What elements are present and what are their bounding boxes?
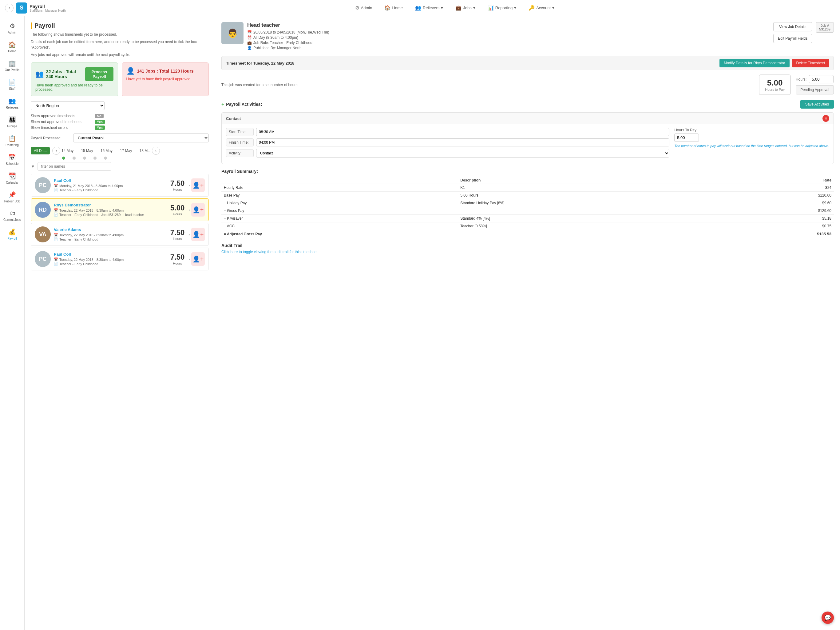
filter-approved-row: Show approved timesheets No [31,114,209,118]
valerie-role: 📄 Teacher - Early Childhood [54,237,164,241]
nav-reporting-label: Reporting [495,6,513,10]
admin-sidebar-icon: ⚙ [9,22,15,30]
activity-close-button[interactable]: ✕ [823,115,829,122]
sidebar-item-current-jobs[interactable]: 🗂 Current Jobs [1,207,24,225]
finish-time-label: Finish Time: [226,138,254,146]
finish-time-input[interactable] [256,138,669,146]
hours-field-label: Hours: [796,77,807,82]
sidebar-item-rostering[interactable]: 📋 Rostering [1,131,24,150]
list-item[interactable]: RD Rhys Demonstrator 📅 Tuesday, 22 May 2… [31,198,209,221]
summary-label-kiwisaver: + Kiwisaver [221,215,458,222]
activity-type-select[interactable]: Contact Non-Contact [256,149,669,157]
activity-card-header: Contact ✕ [222,112,834,124]
rhys-info: Rhys Demonstrator 📅 Tuesday, 22 May 2018… [54,203,164,217]
paul-coll-2-add-button[interactable]: 👤+ [191,252,205,266]
rhys-add-button[interactable]: 👤+ [191,203,205,217]
valerie-add-button[interactable]: 👤+ [191,228,205,241]
paul-coll-1-avatar: PC [35,177,51,193]
dot-17-may [93,157,96,160]
process-payroll-button[interactable]: Process Payroll [85,67,113,81]
all-day-button[interactable]: All Da... [31,147,50,154]
nav-home[interactable]: 🏠 Home [382,4,405,12]
paul-coll-1-info: Paul Coll 📅 Monday, 21 May 2018 - 8:30am… [54,178,164,192]
nav-relievers[interactable]: 👥 Relievers ▾ [413,4,445,12]
summary-col-description: Description [458,177,727,184]
notification-bubble[interactable]: 💬 [821,611,834,624]
card-approved-header: 👥 32 Jobs : Total 240 Hours Process Payr… [35,67,114,81]
paul-coll-1-add-button[interactable]: 👤+ [191,179,205,192]
timesheet-actions: Modify Details for Rhys Demonstrator Del… [720,59,829,67]
sidebar-item-staff[interactable]: 📄 Staff [1,75,24,93]
payroll-processed-row: Payroll Processed: Current Payroll Previ… [31,133,209,142]
delete-timesheet-button[interactable]: Delete Timesheet [792,59,829,67]
valerie-name: Valerie Adams [54,227,164,232]
list-item[interactable]: PC Paul Coll 📅 Monday, 21 May 2018 - 8:3… [31,174,209,196]
filter-not-approved-label: Show not approved timesheets [31,120,92,124]
rhys-avatar: RD [35,202,51,218]
home-nav-icon: 🏠 [384,5,390,11]
sidebar-item-home[interactable]: 🏠 Home [1,38,24,56]
filter-section: Show approved timesheets No Show not app… [31,114,209,130]
dot-14-may [62,157,65,160]
list-item[interactable]: VA Valerie Adams 📅 Tuesday, 22 May 2018 … [31,223,209,246]
publish-job-sidebar-icon: 📌 [8,191,16,198]
payroll-activities-title-text: Payroll Activities: [226,102,262,107]
back-button[interactable]: ‹ [5,4,14,12]
activity-hours-to-pay-input[interactable] [674,133,699,142]
name-filter-input[interactable] [38,162,111,171]
sidebar-item-schedule[interactable]: 📅 Schedule [1,150,24,169]
sidebar-item-publish-job[interactable]: 📌 Publish Job [1,188,24,206]
hours-field-input[interactable] [809,75,834,83]
sidebar-item-groups[interactable]: 👨‍👩‍👧‍👦 Groups [1,113,24,131]
audit-trail-title: Audit Trail [221,243,834,248]
relievers-nav-icon: 👥 [415,5,421,11]
relievers-dropdown-icon: ▾ [441,6,443,10]
sidebar-item-admin[interactable]: ⚙ Admin [1,19,24,37]
view-job-details-button[interactable]: View Job Details [773,22,812,32]
sidebar-schedule-label: Schedule [6,162,19,166]
pending-approval-button[interactable]: Pending Approval [796,85,834,95]
sidebar-item-payroll[interactable]: 💰 Payroll [1,225,24,243]
paul-coll-2-hours: 7.50 Hours [167,253,188,265]
paul-coll-1-hours: 7.50 Hours [167,179,188,192]
modify-details-button[interactable]: Modify Details for Rhys Demonstrator [720,59,789,67]
region-select[interactable]: North Region South Region East Region We… [31,101,104,110]
nav-account[interactable]: 🔑 Account ▾ [526,4,557,12]
hours-section: This job was created for a set number of… [221,74,834,95]
date-18-may: 18 M... [139,149,151,153]
sidebar-item-relievers[interactable]: 👥 Relievers [1,94,24,112]
sidebar-item-our-profile[interactable]: 🏢 Our Profile [1,57,24,75]
nav-jobs[interactable]: 💼 Jobs ▾ [453,4,477,12]
sidebar-item-calendar[interactable]: 📆 Calendar [1,169,24,187]
date-17-may: 17 May [120,149,132,153]
filter-errors-label: Show timesheet errors [31,125,92,130]
paul-coll-2-avatar: PC [35,251,51,267]
nav-reporting[interactable]: 📊 Reporting ▾ [485,4,519,12]
valerie-date: 📅 Tuesday, 22 May 2018 - 8:30am to 4:00p… [54,233,164,237]
date-15-may: 15 May [81,149,93,153]
payroll-desc-2: Details of each job can be editted from … [31,39,209,50]
save-activities-button[interactable]: Save Activities [801,100,834,109]
account-nav-icon: 🔑 [529,5,535,11]
start-time-input[interactable] [256,128,669,136]
summary-cards: 👥 32 Jobs : Total 240 Hours Process Payr… [31,62,209,96]
sidebar-our-profile-label: Our Profile [5,68,20,72]
unapproved-jobs-icon: 👤 [126,67,135,75]
list-item[interactable]: PC Paul Coll 📅 Tuesday, 22 May 2018 - 8:… [31,248,209,271]
timeline-next-button[interactable]: › [152,147,160,155]
table-row: + Holiday Pay Standard Holiday Pay [8%] … [221,199,834,207]
valerie-hours: 7.50 Hours [167,228,188,241]
card-unapproved-header: 👤 141 Jobs : Total 1120 Hours [126,67,204,75]
audit-trail-link[interactable]: Click here to toggle viewing the audit t… [221,250,834,254]
payroll-processed-select[interactable]: Current Payroll Previous Payroll All [73,133,209,142]
nav-admin-label: Admin [361,6,373,10]
payroll-desc-1: The following shows timesheets yet to be… [31,32,209,37]
nav-admin[interactable]: ⚙ Admin [353,4,375,12]
nav-home-label: Home [392,6,403,10]
timeline-prev-button[interactable]: ‹ [52,147,60,155]
rostering-sidebar-icon: 📋 [8,135,16,142]
published-by-icon: 👤 [247,46,252,50]
edit-payroll-fields-button[interactable]: Edit Payroll Fields [773,34,812,43]
sidebar-home-label: Home [8,49,16,53]
teacher-dates: 📅 20/05/2018 to 24/05/2018 (Mon,Tue,Wed,… [247,30,770,35]
